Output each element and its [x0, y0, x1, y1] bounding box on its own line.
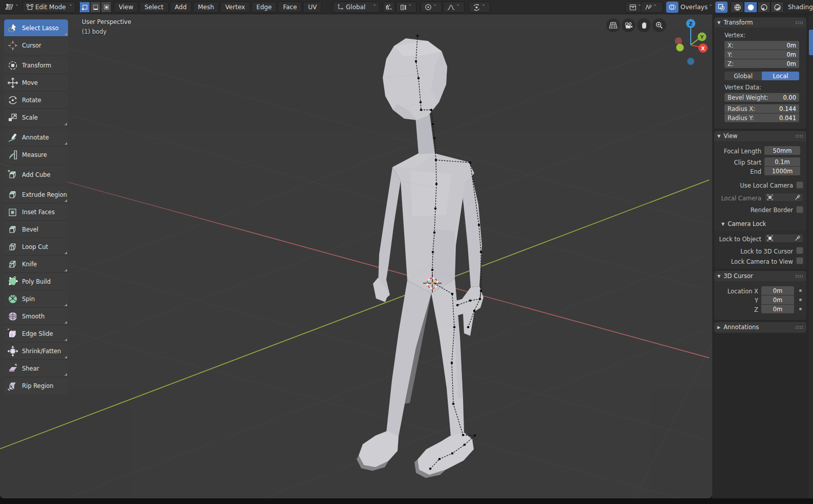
tool-knife[interactable]: Knife: [4, 256, 68, 273]
vertex-z-field[interactable]: Z:0m: [724, 59, 799, 68]
camera-view-button[interactable]: [622, 18, 635, 32]
cursor-location-x-field[interactable]: 0m: [761, 286, 794, 295]
rendered-shading-button[interactable]: [771, 2, 784, 13]
sidebar-tab-strip[interactable]: [809, 14, 813, 498]
clip-end-field[interactable]: 1000m: [764, 167, 800, 175]
pan-view-button[interactable]: [637, 18, 651, 32]
3d-cursor-panel-header[interactable]: ▼ 3D Cursor: [714, 271, 806, 281]
tool-smooth[interactable]: Smooth: [4, 308, 68, 325]
sidebar-active-tab[interactable]: [809, 30, 813, 55]
zoom-view-button[interactable]: [652, 18, 666, 32]
tool-annotate[interactable]: Annotate: [4, 129, 68, 146]
xray-toggle-button[interactable]: [715, 2, 728, 13]
view-perspective-label: User Perspective: [82, 18, 131, 26]
panel-grip-handle[interactable]: [795, 21, 803, 25]
object-types-icon: [629, 4, 636, 11]
radius-y-field[interactable]: Radius Y:0.041: [724, 113, 799, 122]
face-select-button[interactable]: [101, 2, 112, 13]
panel-grip-handle[interactable]: [795, 326, 803, 329]
tool-select-lasso[interactable]: Select Lasso: [4, 19, 68, 37]
bevel-weight-field[interactable]: Bevel Weight:0.00: [724, 93, 799, 102]
cursor-location-z-field[interactable]: 0m: [761, 305, 794, 313]
view-panel-header[interactable]: ▼ View: [714, 131, 806, 141]
lock-to-object-field[interactable]: [764, 234, 803, 243]
panel-grip-handle[interactable]: [795, 274, 803, 278]
animate-decorator[interactable]: [799, 308, 802, 310]
local-camera-object-field[interactable]: [764, 193, 803, 202]
proportional-falloff-dropdown[interactable]: ˅: [443, 2, 465, 13]
solid-shading-button[interactable]: [744, 2, 757, 13]
menu-vertex[interactable]: Vertex: [220, 2, 250, 13]
gizmo-neg-z-ball[interactable]: [687, 58, 694, 65]
vertex-x-field[interactable]: X:0m: [724, 41, 799, 50]
overlays-toggle-button[interactable]: [666, 2, 678, 13]
menu-view[interactable]: View: [114, 2, 138, 13]
tool-shear[interactable]: Shear: [4, 360, 68, 377]
clip-start-field[interactable]: 0.1m: [764, 157, 800, 166]
local-space-button[interactable]: Local: [762, 72, 799, 80]
transform-orientation-dropdown[interactable]: Global ˅: [333, 2, 380, 13]
menu-mesh[interactable]: Mesh: [193, 2, 219, 13]
tool-cursor[interactable]: Cursor: [4, 37, 68, 54]
tool-poly-build[interactable]: Poly Build: [4, 273, 68, 290]
tool-move[interactable]: Move: [4, 74, 68, 91]
tool-loop-cut[interactable]: Loop Cut: [4, 238, 68, 256]
animate-decorator[interactable]: [799, 299, 802, 301]
lock-camera-to-view-checkbox[interactable]: [796, 257, 803, 264]
editor-type-button[interactable]: ˅: [2, 2, 20, 13]
axis-gizmo[interactable]: Y Z X: [675, 19, 708, 65]
gizmo-neg-x-ball[interactable]: [675, 37, 682, 44]
tool-spin[interactable]: Spin: [4, 290, 68, 308]
magnifier-plus-icon: [655, 21, 663, 29]
camera-lock-subpanel-header[interactable]: ▼ Camera Lock: [718, 219, 802, 229]
shading-dropdown[interactable]: Shading ˅: [788, 2, 813, 13]
radius-x-field[interactable]: Radius X:0.144: [724, 104, 799, 113]
window-bottom-edge: [0, 498, 813, 504]
gizmo-neg-y-ball[interactable]: [676, 44, 684, 52]
vertex-select-button[interactable]: [79, 2, 90, 13]
cursor-location-y-field[interactable]: 0m: [761, 295, 794, 304]
vertex-y-field[interactable]: Y:0m: [724, 50, 799, 59]
eyedropper-icon[interactable]: [795, 235, 801, 241]
subtool-indicator-icon: [64, 356, 67, 358]
tool-scale[interactable]: Scale: [4, 109, 68, 126]
global-space-button[interactable]: Global: [724, 72, 762, 80]
tool-rip-region[interactable]: Rip Region: [4, 377, 68, 395]
pivot-point-dropdown[interactable]: ˅: [469, 2, 490, 13]
snap-settings-dropdown[interactable]: ˅: [396, 2, 416, 13]
tool-extrude-region[interactable]: Extrude Region: [4, 186, 68, 203]
menu-select[interactable]: Select: [139, 2, 168, 13]
lock-to-3d-cursor-checkbox[interactable]: [796, 247, 803, 254]
menu-face[interactable]: Face: [278, 2, 302, 13]
tool-transform[interactable]: Transform: [4, 57, 68, 74]
focal-length-field[interactable]: 50mm: [764, 146, 800, 155]
menu-add[interactable]: Add: [170, 2, 192, 13]
menu-uv[interactable]: UV: [303, 2, 322, 13]
panel-grip-handle[interactable]: [795, 134, 803, 138]
gizmos-dropdown[interactable]: ˅: [641, 2, 663, 13]
tool-inset-faces[interactable]: Inset Faces: [4, 203, 68, 221]
edge-select-button[interactable]: [90, 2, 101, 13]
bevel-icon: [7, 224, 18, 235]
toggle-perspective-button[interactable]: [606, 18, 620, 32]
tool-add-cube[interactable]: Add Cube: [4, 166, 68, 184]
animate-decorator[interactable]: [799, 289, 802, 292]
eyedropper-icon[interactable]: [795, 194, 801, 200]
tool-measure[interactable]: Measure: [4, 146, 68, 164]
transform-panel-header[interactable]: ▼ Transform: [714, 17, 806, 28]
tool-bevel[interactable]: Bevel: [4, 221, 68, 238]
menu-edge[interactable]: Edge: [251, 2, 277, 13]
material-preview-shading-button[interactable]: [757, 2, 771, 13]
tool-edge-slide[interactable]: Edge Slide: [4, 325, 68, 342]
tool-shrink-fatten[interactable]: Shrink/Fatten: [4, 342, 68, 360]
mode-dropdown[interactable]: Edit Mode ˅: [23, 2, 76, 13]
annotations-panel-header[interactable]: ▶ Annotations: [714, 322, 806, 332]
snap-toggle-button[interactable]: [383, 2, 395, 13]
proportional-editing-dropdown[interactable]: ˅: [421, 2, 442, 13]
select-mode-group: [79, 2, 112, 13]
3d-viewport[interactable]: Y Z X User Perspective (1) body: [0, 14, 712, 498]
wireframe-shading-button[interactable]: [731, 2, 744, 13]
tool-rotate[interactable]: Rotate: [4, 91, 68, 109]
render-border-checkbox[interactable]: [796, 206, 803, 213]
use-local-camera-checkbox[interactable]: [796, 181, 803, 189]
